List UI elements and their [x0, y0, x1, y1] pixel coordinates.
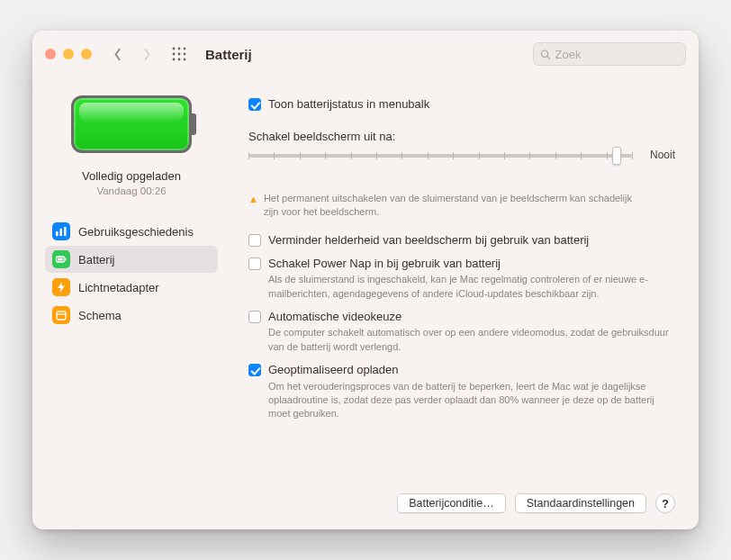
- checkbox[interactable]: [248, 364, 261, 376]
- sidebar-item-label: Batterij: [78, 253, 114, 266]
- slider-max-label: Nooit: [650, 149, 675, 161]
- bars-icon: [52, 222, 70, 240]
- sidebar-item-label: Schema: [78, 309, 122, 322]
- show-all-button[interactable]: [166, 44, 193, 64]
- svg-point-6: [173, 59, 176, 61]
- option-label: Verminder helderheid van beeldscherm bij…: [268, 233, 589, 248]
- option-description: Om het verouderingsproces van de batteri…: [268, 380, 675, 421]
- sidebar: Volledig opgeladen Vandaag 00:26 Gebruik…: [32, 77, 230, 529]
- restore-defaults-button[interactable]: Standaardinstellingen: [515, 493, 646, 513]
- svg-rect-11: [56, 231, 59, 236]
- svg-point-5: [184, 53, 186, 56]
- zoom-window-button[interactable]: [81, 49, 92, 59]
- sidebar-nav: Gebruiksgeschiedenis Batterij Lichtnetad…: [45, 218, 218, 329]
- sidebar-item-battery[interactable]: Batterij: [45, 246, 218, 273]
- slider-warning-text: Het permanent uitschakelen van de sluime…: [264, 192, 632, 219]
- system-prefs-window: Batterij Volledig opgeladen Vandaag 00:2…: [32, 31, 699, 529]
- bolt-icon: [52, 278, 70, 296]
- svg-rect-12: [60, 229, 63, 236]
- option-dim-on-battery[interactable]: Verminder helderheid van beeldscherm bij…: [248, 233, 675, 248]
- sidebar-item-schedule[interactable]: Schema: [45, 302, 218, 329]
- window-title: Batterij: [205, 47, 252, 62]
- svg-marker-17: [58, 282, 65, 293]
- help-button[interactable]: ?: [655, 493, 675, 513]
- option-show-in-menubar[interactable]: Toon batterijstatus in menubalk: [248, 97, 675, 112]
- search-input[interactable]: [555, 48, 679, 61]
- svg-line-10: [547, 56, 550, 59]
- window-controls: [45, 49, 92, 59]
- svg-rect-18: [57, 312, 66, 320]
- svg-point-0: [173, 48, 176, 50]
- option-power-nap[interactable]: Schakel Power Nap in bij gebruik van bat…: [248, 257, 675, 271]
- minimize-window-button[interactable]: [63, 49, 74, 59]
- option-auto-video[interactable]: Automatische videokeuze: [248, 310, 675, 324]
- option-description: Als de sluimerstand is ingeschakeld, kan…: [268, 273, 675, 301]
- sidebar-item-usage-history[interactable]: Gebruiksgeschiedenis: [45, 218, 218, 245]
- grid-icon: [171, 46, 187, 62]
- forward-button[interactable]: [137, 44, 157, 64]
- content-pane: Toon batterijstatus in menubalk Schakel …: [230, 77, 699, 529]
- slider-warning: ▲ Het permanent uitschakelen van de slui…: [248, 192, 675, 219]
- back-button[interactable]: [108, 44, 128, 64]
- sidebar-item-label: Lichtnetadapter: [78, 281, 159, 294]
- svg-point-3: [173, 53, 176, 56]
- search-icon: [540, 49, 551, 60]
- checkbox[interactable]: [248, 98, 261, 111]
- option-label: Automatische videokeuze: [268, 310, 402, 324]
- svg-point-7: [178, 59, 181, 61]
- svg-point-8: [184, 59, 186, 61]
- svg-rect-15: [65, 258, 66, 261]
- battery-icon: [52, 250, 70, 268]
- slider-thumb[interactable]: [612, 147, 621, 165]
- battery-status: Volledig opgeladen: [82, 169, 181, 183]
- warning-icon: ▲: [248, 193, 258, 219]
- svg-point-4: [178, 53, 181, 56]
- chevron-right-icon: [142, 48, 151, 61]
- chevron-left-icon: [113, 48, 122, 61]
- sidebar-item-label: Gebruiksgeschiedenis: [78, 225, 194, 239]
- battery-condition-button[interactable]: Batterijconditie…: [397, 493, 506, 513]
- footer: Batterijconditie… Standaardinstellingen …: [248, 481, 675, 513]
- checkbox[interactable]: [248, 311, 261, 323]
- toolbar: Batterij: [32, 31, 699, 77]
- calendar-icon: [52, 306, 70, 324]
- svg-rect-13: [64, 227, 67, 236]
- search-field[interactable]: [533, 42, 686, 66]
- checkbox[interactable]: [248, 234, 261, 247]
- battery-illustration: [71, 95, 192, 153]
- display-off-label: Schakel beeldscherm uit na:: [248, 130, 675, 143]
- option-description: De computer schakelt automatisch over op…: [268, 326, 675, 354]
- svg-point-2: [184, 48, 186, 50]
- checkbox[interactable]: [248, 257, 261, 270]
- option-label: Geoptimaliseerd opladen: [268, 363, 399, 377]
- svg-rect-16: [58, 258, 63, 261]
- slider-ticks: [248, 150, 632, 161]
- display-off-slider[interactable]: Nooit: [248, 149, 675, 186]
- close-window-button[interactable]: [45, 49, 56, 59]
- battery-status-time: Vandaag 00:26: [96, 185, 166, 196]
- option-label: Toon batterijstatus in menubalk: [268, 97, 429, 112]
- svg-point-1: [178, 48, 181, 50]
- option-optimized-charging[interactable]: Geoptimaliseerd opladen: [248, 363, 675, 377]
- option-label: Schakel Power Nap in bij gebruik van bat…: [268, 257, 501, 271]
- sidebar-item-power-adapter[interactable]: Lichtnetadapter: [45, 274, 218, 301]
